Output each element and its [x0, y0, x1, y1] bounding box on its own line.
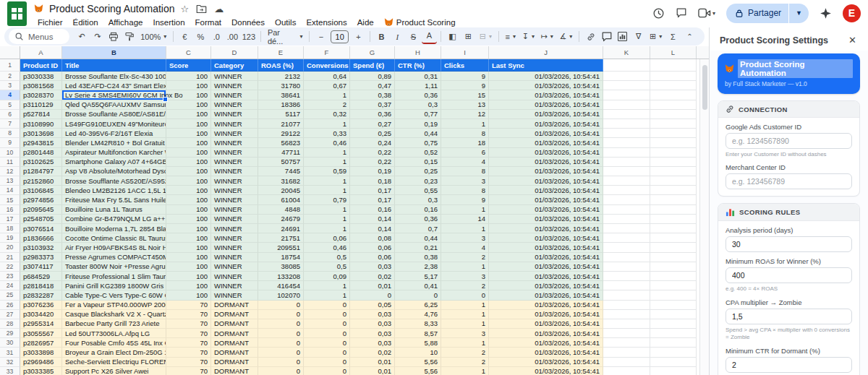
empty-cell[interactable]	[603, 319, 650, 329]
cell[interactable]: 01/03/2026, 10:54:41	[489, 253, 603, 262]
cell[interactable]: 1	[441, 205, 489, 215]
empty-cell[interactable]	[650, 167, 697, 176]
cell[interactable]: 100	[166, 253, 211, 262]
cell[interactable]: 0,38	[350, 90, 395, 100]
cell[interactable]: 0	[395, 290, 441, 300]
empty-cell[interactable]	[603, 272, 650, 281]
cell[interactable]: Aspirateur Multifonction Karcher Wd 2	[62, 148, 166, 158]
text-color-button[interactable]: A	[422, 30, 437, 44]
empty-cell[interactable]	[650, 110, 697, 119]
redo-button[interactable]: ↷	[90, 30, 106, 44]
cell[interactable]: 0,36	[395, 90, 441, 100]
row-header-17[interactable]: 17	[0, 215, 20, 224]
empty-cell[interactable]	[650, 59, 697, 72]
cell[interactable]: 100	[166, 215, 211, 224]
cell[interactable]: 01/03/2026, 10:54:41	[489, 186, 603, 195]
cell[interactable]: p3110129	[20, 100, 62, 110]
cell[interactable]: 01/03/2026, 10:54:41	[489, 72, 603, 81]
row-header-29[interactable]: 29	[0, 329, 20, 338]
row-header-3[interactable]: 3	[0, 81, 20, 90]
cell[interactable]: 0,3	[395, 195, 441, 204]
cell[interactable]: 100	[166, 167, 211, 176]
cell[interactable]: 2	[441, 253, 489, 262]
cell[interactable]: 0,16	[350, 205, 395, 215]
cell[interactable]: 01/03/2026, 10:54:41	[489, 262, 603, 272]
cell[interactable]: 2	[441, 348, 489, 357]
empty-cell[interactable]	[650, 310, 697, 319]
row-header-6[interactable]: 6	[0, 110, 20, 119]
row-header-31[interactable]: 31	[0, 348, 20, 357]
cell[interactable]: 3	[441, 233, 489, 243]
empty-cell[interactable]	[603, 338, 650, 348]
cell[interactable]: Smartphone Galaxy A07 4+64GB Ligh	[62, 158, 166, 167]
cell[interactable]: p3013698	[20, 129, 62, 138]
cell[interactable]: 0,03	[350, 310, 395, 319]
cell[interactable]: p2955314	[20, 319, 62, 329]
more-formats-button[interactable]: 123	[241, 30, 257, 44]
header-cell-score[interactable]: Score	[166, 59, 211, 72]
cell[interactable]: 47711	[258, 148, 304, 158]
header-cell-clicks[interactable]: Clicks	[441, 59, 489, 72]
cell[interactable]: WINNER	[211, 81, 258, 90]
row-header-28[interactable]: 28	[0, 319, 20, 329]
cell[interactable]: 0,46	[304, 243, 350, 252]
cell[interactable]: 0,01	[350, 281, 395, 290]
cell[interactable]: 1	[304, 205, 350, 215]
cell[interactable]: 8,33	[395, 319, 441, 329]
cell[interactable]: 14	[441, 215, 489, 224]
empty-cell[interactable]	[650, 290, 697, 300]
column-header-L[interactable]: L	[650, 46, 697, 59]
cell[interactable]: 01/03/2026, 10:54:41	[489, 205, 603, 215]
select-all-corner[interactable]	[0, 46, 20, 59]
cell[interactable]: 0,3	[395, 100, 441, 110]
cell[interactable]: 20045	[258, 186, 304, 195]
collapse-toolbar-button[interactable]: ⌃	[682, 30, 697, 44]
cell[interactable]: 0,06	[350, 243, 395, 252]
cell[interactable]: 0,03	[350, 338, 395, 348]
cell[interactable]: 100	[166, 281, 211, 290]
cell[interactable]: p2818418	[20, 281, 62, 290]
cell[interactable]: WINNER	[211, 195, 258, 204]
google-ads-customer-id-input[interactable]	[726, 133, 852, 149]
meet-camera-icon[interactable]: ▾	[698, 8, 715, 18]
cell[interactable]: 0,22	[350, 148, 395, 158]
cell[interactable]: 8	[441, 129, 489, 138]
create-filter-button[interactable]: ∇	[631, 30, 646, 44]
cell[interactable]: p3030338	[20, 72, 62, 81]
cell[interactable]: 133208	[258, 272, 304, 281]
cell[interactable]: 01/03/2026, 10:54:41	[489, 367, 603, 375]
empty-cell[interactable]	[603, 59, 650, 72]
cell[interactable]: WINNER	[211, 272, 258, 281]
header-cell-spend-[interactable]: Spend (€)	[350, 59, 395, 72]
cell[interactable]: p3074117	[20, 262, 62, 272]
cell[interactable]: 01/03/2026, 10:54:41	[489, 319, 603, 329]
empty-cell[interactable]	[650, 319, 697, 329]
cell[interactable]: 1	[441, 310, 489, 319]
empty-cell[interactable]	[650, 233, 697, 243]
cell[interactable]: 0	[304, 301, 350, 310]
cell[interactable]: 0,01	[350, 358, 395, 367]
cell[interactable]: 0,16	[395, 205, 441, 215]
cell[interactable]: 1,11	[395, 81, 441, 90]
cell[interactable]: 01/03/2026, 10:54:41	[489, 195, 603, 204]
menu-item-2[interactable]: Affichage	[103, 17, 148, 27]
cell[interactable]: 6	[441, 148, 489, 158]
empty-cell[interactable]	[603, 100, 650, 110]
doc-title[interactable]: Product Scoring Automation	[49, 3, 175, 14]
cell[interactable]: 100	[166, 72, 211, 81]
cell[interactable]: 0,02	[350, 348, 395, 357]
cell[interactable]: 9	[441, 81, 489, 90]
cell[interactable]: 9	[441, 195, 489, 204]
cell[interactable]: WINNER	[211, 158, 258, 167]
empty-cell[interactable]	[603, 243, 650, 252]
cell[interactable]: p3055567	[20, 329, 62, 338]
cell[interactable]: 0	[258, 301, 304, 310]
cell[interactable]: 01/03/2026, 10:54:41	[489, 310, 603, 319]
print-button[interactable]	[106, 30, 122, 44]
cell[interactable]: 8	[441, 186, 489, 195]
cell[interactable]: 01/03/2026, 10:54:41	[489, 243, 603, 252]
cell[interactable]: 12	[441, 110, 489, 119]
empty-cell[interactable]	[603, 262, 650, 272]
cell[interactable]: WINNER	[211, 138, 258, 147]
cell[interactable]: 4	[441, 243, 489, 252]
